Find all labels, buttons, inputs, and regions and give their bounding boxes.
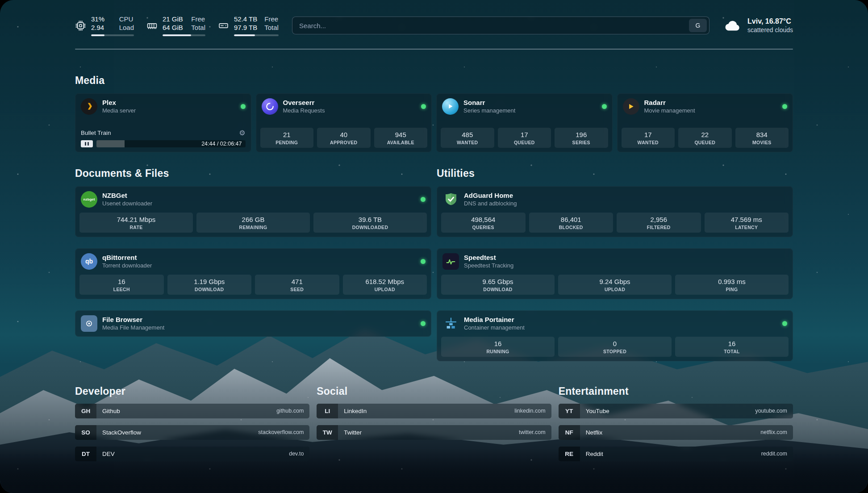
bookmark-abbr: DT bbox=[75, 447, 96, 461]
bookmark-name: YouTube bbox=[586, 408, 609, 414]
stat-value: 196 bbox=[556, 131, 606, 138]
stat-value: 485 bbox=[442, 131, 492, 138]
service-name: Radarr bbox=[644, 99, 695, 106]
bookmark-linkedin[interactable]: LI LinkedIn linkedin.com bbox=[317, 404, 551, 418]
stat-box: 744.21 Mbps RATE bbox=[79, 213, 193, 233]
stat-box: 22 QUEUED bbox=[678, 128, 732, 148]
portainer-link[interactable]: Media Portainer Container management bbox=[437, 310, 793, 337]
memory-usage-bar bbox=[163, 34, 205, 36]
service-name: Media Portainer bbox=[464, 316, 525, 323]
bookmark-github[interactable]: GH Github github.com bbox=[75, 404, 309, 418]
bookmark-twitter[interactable]: TW Twitter twitter.com bbox=[317, 425, 551, 440]
bookmark-domain: twitter.com bbox=[519, 429, 546, 435]
card-adguard: AdGuard Home DNS and adblocking 498,564 … bbox=[437, 186, 793, 237]
speedtest-link[interactable]: Speedtest Speedtest Tracking bbox=[437, 248, 793, 275]
bookmark-domain: stackoverflow.com bbox=[258, 429, 304, 435]
bookmark-stackoverflow[interactable]: SO StackOverflow stackoverflow.com bbox=[75, 425, 309, 440]
stat-box: 471 SEED bbox=[255, 275, 339, 295]
divider bbox=[75, 49, 793, 50]
section-title-media: Media bbox=[75, 75, 793, 87]
bookmark-domain: dev.to bbox=[289, 451, 304, 457]
cpu-label-top: CPU bbox=[119, 15, 134, 24]
adguard-icon bbox=[442, 191, 459, 208]
card-radarr: Radarr Movie management 17 WANTED 22 QUE… bbox=[617, 93, 793, 152]
card-speedtest: Speedtest Speedtest Tracking 9.65 Gbps D… bbox=[437, 248, 793, 299]
speedtest-icon bbox=[442, 253, 459, 270]
memory-icon bbox=[146, 20, 158, 31]
card-qbittorrent: qb qBittorrent Torrent downloader 16 bbox=[75, 248, 431, 299]
status-dot bbox=[421, 197, 426, 202]
card-portainer: Media Portainer Container management 16 … bbox=[437, 310, 793, 361]
stat-label: WANTED bbox=[442, 140, 492, 145]
section-title-entertainment: Entertainment bbox=[559, 385, 793, 397]
stat-value: 9.65 Gbps bbox=[443, 278, 553, 285]
qbittorrent-icon: qb bbox=[81, 253, 97, 270]
stat-value: 9.24 Gbps bbox=[560, 278, 670, 285]
bookmark-youtube[interactable]: YT YouTube youtube.com bbox=[559, 404, 793, 418]
bookmark-name: DEV bbox=[102, 451, 115, 457]
bookmark-dev[interactable]: DT DEV dev.to bbox=[75, 447, 309, 461]
bookmark-domain: youtube.com bbox=[755, 408, 787, 414]
nzbget-icon-text: nzbget bbox=[83, 197, 95, 201]
stat-value: 40 bbox=[319, 131, 369, 138]
stat-box: 834 MOVIES bbox=[735, 128, 789, 148]
stat-value: 945 bbox=[376, 131, 426, 138]
memory-total-value: 64 GiB bbox=[163, 24, 183, 32]
service-name: qBittorrent bbox=[102, 254, 152, 261]
pause-button[interactable] bbox=[81, 140, 93, 147]
status-dot bbox=[602, 104, 607, 109]
weather-location: Lviv, 16.87°C bbox=[747, 17, 793, 25]
service-subtitle: Usenet downloader bbox=[102, 200, 152, 207]
bookmark-name: Netflix bbox=[586, 429, 603, 436]
bookmark-abbr: TW bbox=[317, 425, 338, 440]
card-nzbget: nzbget NZBGet Usenet downloader 744.21 M… bbox=[75, 186, 431, 237]
weather-widget: Lviv, 16.87°C scattered clouds bbox=[723, 16, 793, 35]
service-subtitle: Container management bbox=[464, 324, 525, 331]
cpu-usage-bar bbox=[91, 34, 134, 36]
portainer-stats: 16 RUNNING 0 STOPPED 16 TOTAL bbox=[437, 337, 793, 361]
disk-widget: 52.4 TB 97.9 TB Free Total bbox=[218, 15, 279, 36]
search-provider-button[interactable]: G bbox=[689, 19, 707, 32]
stat-label: BLOCKED bbox=[531, 225, 612, 230]
service-name: Plex bbox=[102, 99, 136, 106]
gear-icon[interactable]: ⚙ bbox=[239, 130, 245, 137]
weather-text: Lviv, 16.87°C scattered clouds bbox=[747, 17, 793, 33]
stat-box: 39.6 TB DOWNLOADED bbox=[313, 213, 427, 233]
adguard-link[interactable]: AdGuard Home DNS and adblocking bbox=[437, 186, 793, 213]
search-input[interactable] bbox=[299, 22, 689, 29]
media-grid: Plex Media server Bullet Train ⚙ bbox=[75, 93, 793, 152]
nzbget-link[interactable]: nzbget NZBGet Usenet downloader bbox=[75, 186, 431, 213]
filebrowser-link[interactable]: File Browser Media File Management bbox=[75, 310, 431, 337]
qbittorrent-link[interactable]: qb qBittorrent Torrent downloader bbox=[75, 248, 431, 275]
disk-label-bottom: Total bbox=[264, 24, 279, 32]
stat-value: 39.6 TB bbox=[315, 216, 425, 223]
cpu-load-value: 2.94 bbox=[91, 24, 104, 32]
bookmark-reddit[interactable]: RE Reddit reddit.com bbox=[559, 447, 793, 461]
service-subtitle: DNS and adblocking bbox=[464, 200, 517, 207]
documents-section: Documents & Files nzbget NZBGet Usenet d… bbox=[75, 167, 431, 337]
plex-link[interactable]: Plex Media server bbox=[75, 93, 251, 120]
stat-value: 17 bbox=[500, 131, 550, 138]
dashboard-screen: 31% 2.94 CPU Load bbox=[0, 0, 868, 493]
speedtest-stats: 9.65 Gbps DOWNLOAD 9.24 Gbps UPLOAD 0.99… bbox=[437, 275, 793, 299]
page-content: 31% 2.94 CPU Load bbox=[0, 0, 868, 493]
plex-icon bbox=[81, 98, 97, 115]
overseerr-link[interactable]: Overseerr Media Requests bbox=[256, 93, 432, 120]
cpu-label-bottom: Load bbox=[119, 24, 134, 32]
stat-box: 2,956 FILTERED bbox=[617, 213, 701, 233]
stat-value: 834 bbox=[737, 131, 787, 138]
stat-label: PING bbox=[677, 287, 787, 292]
card-plex: Plex Media server Bullet Train ⚙ bbox=[75, 93, 251, 152]
stat-label: WANTED bbox=[623, 140, 673, 145]
radarr-link[interactable]: Radarr Movie management bbox=[617, 93, 793, 120]
resource-widgets: 31% 2.94 CPU Load bbox=[75, 15, 279, 36]
stat-box: 16 TOTAL bbox=[675, 337, 789, 357]
service-subtitle: Media server bbox=[102, 107, 136, 114]
sonarr-link[interactable]: Sonarr Series management bbox=[436, 93, 613, 120]
cpu-widget: 31% 2.94 CPU Load bbox=[75, 15, 134, 36]
section-title-documents: Documents & Files bbox=[75, 167, 431, 180]
bookmark-netflix[interactable]: NF Netflix netflix.com bbox=[559, 425, 793, 440]
memory-widget: 21 GiB 64 GiB Free Total bbox=[146, 15, 205, 36]
stat-label: RATE bbox=[81, 225, 191, 230]
disk-usage-bar bbox=[234, 34, 279, 36]
